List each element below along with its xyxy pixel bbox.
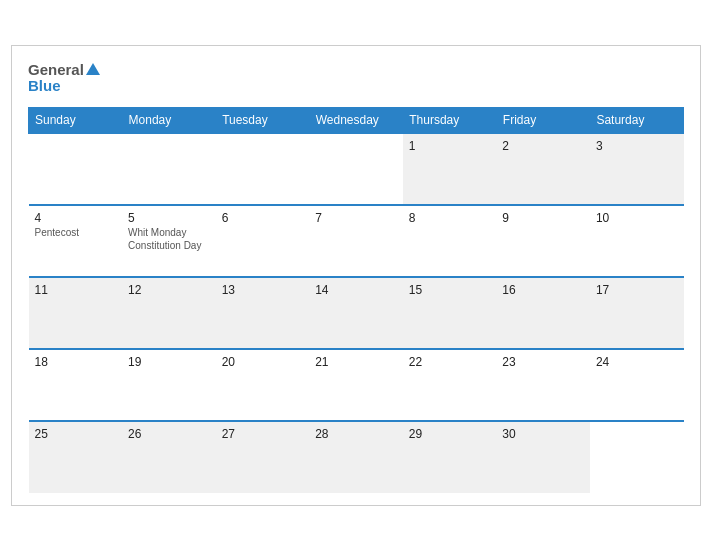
calendar-cell: 15 xyxy=(403,277,497,349)
col-header-friday: Friday xyxy=(496,107,590,133)
calendar-cell: 23 xyxy=(496,349,590,421)
calendar-cell xyxy=(29,133,123,205)
calendar-cell: 21 xyxy=(309,349,403,421)
col-header-monday: Monday xyxy=(122,107,216,133)
calendar-cell: 4Pentecost xyxy=(29,205,123,277)
calendar-cell: 18 xyxy=(29,349,123,421)
calendar-cell: 17 xyxy=(590,277,684,349)
calendar-cell: 26 xyxy=(122,421,216,493)
holiday-label: Whit Monday xyxy=(128,227,210,238)
holiday-label: Pentecost xyxy=(35,227,117,238)
col-header-saturday: Saturday xyxy=(590,107,684,133)
calendar-cell: 28 xyxy=(309,421,403,493)
col-header-tuesday: Tuesday xyxy=(216,107,310,133)
calendar-cell: 13 xyxy=(216,277,310,349)
calendar-container: GeneralBlue SundayMondayTuesdayWednesday… xyxy=(11,45,701,506)
day-number: 8 xyxy=(409,211,491,225)
day-number: 12 xyxy=(128,283,210,297)
calendar-header-row: SundayMondayTuesdayWednesdayThursdayFrid… xyxy=(29,107,684,133)
day-number: 18 xyxy=(35,355,117,369)
day-number: 19 xyxy=(128,355,210,369)
calendar-week-3: 11121314151617 xyxy=(29,277,684,349)
calendar-cell: 30 xyxy=(496,421,590,493)
col-header-thursday: Thursday xyxy=(403,107,497,133)
calendar-cell: 16 xyxy=(496,277,590,349)
day-number: 2 xyxy=(502,139,584,153)
day-number: 1 xyxy=(409,139,491,153)
calendar-cell: 3 xyxy=(590,133,684,205)
calendar-cell: 2 xyxy=(496,133,590,205)
calendar-cell: 6 xyxy=(216,205,310,277)
logo-general-text: General xyxy=(28,62,84,79)
calendar-week-4: 18192021222324 xyxy=(29,349,684,421)
calendar-table: SundayMondayTuesdayWednesdayThursdayFrid… xyxy=(28,107,684,493)
day-number: 22 xyxy=(409,355,491,369)
calendar-cell: 1 xyxy=(403,133,497,205)
day-number: 17 xyxy=(596,283,678,297)
day-number: 26 xyxy=(128,427,210,441)
day-number: 7 xyxy=(315,211,397,225)
day-number: 3 xyxy=(596,139,678,153)
day-number: 14 xyxy=(315,283,397,297)
calendar-cell: 22 xyxy=(403,349,497,421)
calendar-cell: 11 xyxy=(29,277,123,349)
day-number: 28 xyxy=(315,427,397,441)
calendar-cell: 29 xyxy=(403,421,497,493)
calendar-cell: 8 xyxy=(403,205,497,277)
calendar-week-1: 123 xyxy=(29,133,684,205)
day-number: 4 xyxy=(35,211,117,225)
calendar-cell: 9 xyxy=(496,205,590,277)
holiday-label: Constitution Day xyxy=(128,240,210,251)
day-number: 10 xyxy=(596,211,678,225)
calendar-cell: 10 xyxy=(590,205,684,277)
day-number: 11 xyxy=(35,283,117,297)
calendar-cell xyxy=(122,133,216,205)
col-header-wednesday: Wednesday xyxy=(309,107,403,133)
calendar-cell: 5Whit MondayConstitution Day xyxy=(122,205,216,277)
day-number: 27 xyxy=(222,427,304,441)
day-number: 15 xyxy=(409,283,491,297)
calendar-cell: 7 xyxy=(309,205,403,277)
calendar-week-5: 252627282930 xyxy=(29,421,684,493)
calendar-header: GeneralBlue xyxy=(28,62,684,95)
col-header-sunday: Sunday xyxy=(29,107,123,133)
logo-blue-text: Blue xyxy=(28,78,100,95)
calendar-week-2: 4Pentecost5Whit MondayConstitution Day67… xyxy=(29,205,684,277)
logo-triangle-icon xyxy=(86,63,100,75)
day-number: 23 xyxy=(502,355,584,369)
day-number: 20 xyxy=(222,355,304,369)
day-number: 9 xyxy=(502,211,584,225)
day-number: 25 xyxy=(35,427,117,441)
day-number: 24 xyxy=(596,355,678,369)
day-number: 5 xyxy=(128,211,210,225)
calendar-cell: 19 xyxy=(122,349,216,421)
calendar-cell xyxy=(590,421,684,493)
calendar-cell: 12 xyxy=(122,277,216,349)
calendar-cell xyxy=(216,133,310,205)
day-number: 29 xyxy=(409,427,491,441)
day-number: 30 xyxy=(502,427,584,441)
calendar-cell: 24 xyxy=(590,349,684,421)
calendar-cell xyxy=(309,133,403,205)
calendar-cell: 25 xyxy=(29,421,123,493)
day-number: 13 xyxy=(222,283,304,297)
day-number: 6 xyxy=(222,211,304,225)
calendar-cell: 14 xyxy=(309,277,403,349)
calendar-cell: 27 xyxy=(216,421,310,493)
day-number: 16 xyxy=(502,283,584,297)
logo: GeneralBlue xyxy=(28,62,100,95)
calendar-cell: 20 xyxy=(216,349,310,421)
day-number: 21 xyxy=(315,355,397,369)
